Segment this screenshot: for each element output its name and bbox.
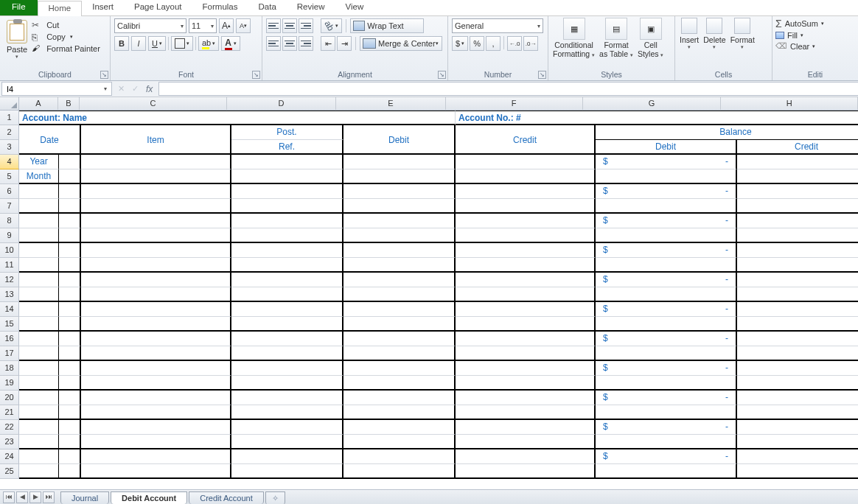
cell[interactable]: $- — [596, 449, 737, 464]
formula-input[interactable] — [158, 82, 858, 96]
cell[interactable] — [343, 317, 456, 332]
cell[interactable] — [59, 361, 81, 376]
worksheet-grid[interactable]: ABCDEFGH 1234567891011121314151617181920… — [0, 97, 858, 489]
font-size-combo[interactable]: 11▾ — [189, 18, 217, 33]
cell[interactable] — [456, 287, 596, 302]
cell[interactable] — [456, 346, 596, 361]
cell[interactable] — [231, 420, 343, 435]
cell[interactable] — [231, 214, 343, 228]
cell[interactable] — [19, 376, 59, 391]
cell[interactable] — [343, 287, 456, 302]
cell[interactable]: Debit — [343, 125, 456, 155]
cell[interactable] — [59, 464, 81, 479]
cell[interactable] — [231, 228, 343, 243]
col-header-D[interactable]: D — [227, 97, 337, 111]
cell[interactable] — [59, 155, 81, 169]
cell[interactable] — [343, 273, 456, 287]
cell[interactable] — [19, 420, 59, 435]
cell[interactable] — [596, 464, 737, 479]
cell[interactable]: $- — [596, 273, 737, 287]
cell[interactable] — [19, 199, 59, 214]
cell[interactable] — [456, 449, 596, 464]
cell[interactable] — [231, 169, 343, 184]
cell[interactable]: $- — [596, 214, 737, 228]
cell[interactable] — [81, 228, 231, 243]
cell[interactable]: Credit — [737, 140, 858, 155]
grow-font-button[interactable]: A▴ — [219, 18, 234, 33]
cell[interactable] — [19, 435, 59, 449]
cell[interactable] — [596, 435, 737, 449]
cell[interactable] — [81, 243, 231, 258]
shrink-font-button[interactable]: A▾ — [236, 18, 251, 33]
autosum-button[interactable]: ΣAutoSum▾ — [775, 18, 824, 29]
italic-button[interactable]: I — [131, 36, 146, 51]
cell[interactable] — [737, 361, 858, 376]
cell[interactable] — [59, 243, 81, 258]
cell[interactable] — [231, 464, 343, 479]
font-color-button[interactable]: A▾ — [221, 36, 240, 51]
menu-file[interactable]: File — [0, 0, 38, 15]
cell[interactable]: Balance — [596, 125, 858, 140]
align-middle-button[interactable] — [282, 18, 297, 33]
font-name-combo[interactable]: Calibri▾ — [114, 18, 186, 33]
cell[interactable]: $- — [596, 420, 737, 435]
cell[interactable] — [456, 376, 596, 391]
cell[interactable] — [19, 361, 59, 376]
cell[interactable] — [81, 302, 231, 317]
cell[interactable] — [343, 214, 456, 228]
cell[interactable] — [19, 405, 59, 420]
cell[interactable] — [737, 287, 858, 302]
cell[interactable]: Post. — [231, 125, 343, 140]
cell[interactable] — [343, 464, 456, 479]
cell[interactable] — [737, 155, 858, 169]
cell[interactable] — [737, 199, 858, 214]
cell[interactable] — [737, 273, 858, 287]
cell[interactable] — [737, 376, 858, 391]
row-header-12[interactable]: 12 — [0, 273, 19, 287]
cell[interactable] — [456, 302, 596, 317]
cell[interactable] — [596, 258, 737, 273]
cell[interactable] — [596, 376, 737, 391]
row-header-6[interactable]: 6 — [0, 184, 19, 199]
cell[interactable] — [81, 273, 231, 287]
row-header-3[interactable]: 3 — [0, 140, 19, 155]
cell[interactable] — [19, 214, 59, 228]
cell[interactable] — [456, 199, 596, 214]
cell[interactable] — [19, 228, 59, 243]
cell[interactable] — [81, 420, 231, 435]
cell[interactable] — [343, 346, 456, 361]
row-header-19[interactable]: 19 — [0, 376, 19, 391]
cell[interactable] — [19, 287, 59, 302]
cell[interactable] — [456, 169, 596, 184]
cell[interactable] — [19, 243, 59, 258]
cell[interactable] — [81, 169, 231, 184]
cell[interactable] — [737, 405, 858, 420]
cell[interactable] — [456, 155, 596, 169]
cell[interactable]: $- — [596, 361, 737, 376]
cell[interactable] — [737, 258, 858, 273]
align-top-button[interactable] — [266, 18, 281, 33]
cell[interactable] — [81, 464, 231, 479]
row-header-25[interactable]: 25 — [0, 464, 19, 479]
cell[interactable] — [343, 169, 456, 184]
name-box[interactable]: I4▾ — [1, 82, 112, 96]
cell[interactable] — [343, 155, 456, 169]
row-headers[interactable]: 1234567891011121314151617181920212223242… — [0, 111, 19, 489]
cell[interactable] — [81, 405, 231, 420]
increase-decimal-button[interactable]: ←.0 — [507, 36, 522, 51]
delete-cells-button[interactable]: Delete▾ — [703, 18, 725, 50]
cell[interactable] — [59, 228, 81, 243]
cell[interactable] — [59, 199, 81, 214]
cell-styles-button[interactable]: ▣ Cell Styles ▾ — [638, 18, 664, 58]
row-header-22[interactable]: 22 — [0, 420, 19, 435]
cell[interactable]: $- — [596, 155, 737, 169]
cell[interactable] — [737, 420, 858, 435]
tab-nav-next[interactable]: ▶ — [29, 491, 41, 503]
cell[interactable] — [81, 346, 231, 361]
sheet-tab-journal[interactable]: Journal — [60, 491, 109, 504]
row-header-14[interactable]: 14 — [0, 302, 19, 317]
tab-nav-last[interactable]: ⏭ — [43, 491, 55, 503]
tab-nav-prev[interactable]: ◀ — [16, 491, 28, 503]
decrease-decimal-button[interactable]: .0→ — [523, 36, 538, 51]
cell[interactable] — [231, 435, 343, 449]
